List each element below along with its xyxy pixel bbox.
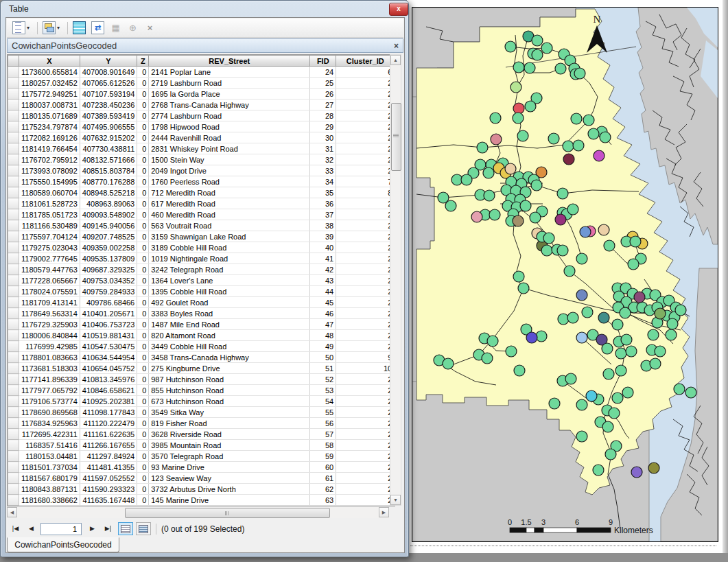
cell[interactable]: 2 xyxy=(336,198,395,209)
cell[interactable]: 2 xyxy=(336,242,395,253)
cell[interactable]: 1760 Peerless Road xyxy=(149,176,310,187)
cell[interactable]: 1181501.737034 xyxy=(19,462,80,473)
cell[interactable]: 460 Meredith Road xyxy=(149,209,310,220)
cell[interactable]: 1364 Lover's Lane xyxy=(149,275,310,286)
column-header-cluster-id[interactable]: Cluster_ID xyxy=(336,56,395,67)
cell[interactable]: 54 xyxy=(310,396,336,407)
table-options-button[interactable]: ▾ xyxy=(11,21,31,36)
row-selector[interactable] xyxy=(8,385,19,396)
map-point[interactable] xyxy=(567,204,578,215)
cell[interactable]: 2141 Poplar Lane xyxy=(149,67,310,78)
cell[interactable]: 36 xyxy=(310,198,336,209)
cell[interactable]: 1172082.169126 xyxy=(19,132,80,143)
cell[interactable]: 0 xyxy=(137,176,149,187)
row-selector[interactable] xyxy=(8,341,19,352)
map-point[interactable] xyxy=(548,133,559,144)
row-selector[interactable] xyxy=(8,143,19,154)
map-point[interactable] xyxy=(576,399,587,410)
cell[interactable]: 41 xyxy=(310,253,336,264)
cell[interactable]: 34 xyxy=(310,176,336,187)
row-selector[interactable] xyxy=(8,99,19,110)
record-number-input[interactable] xyxy=(40,523,82,535)
map-point[interactable] xyxy=(520,200,531,211)
cell[interactable]: 2 xyxy=(336,99,395,110)
cell[interactable]: 1019 Nightingale Road xyxy=(149,253,310,264)
cell[interactable]: 51 xyxy=(310,363,336,374)
row-selector[interactable] xyxy=(8,462,19,473)
cell[interactable]: 0 xyxy=(137,231,149,242)
cell[interactable]: 42 xyxy=(310,264,336,275)
cell[interactable]: 275 Kingburne Drive xyxy=(149,363,310,374)
cell[interactable]: 2 xyxy=(336,429,395,440)
map-point[interactable] xyxy=(650,358,661,369)
cell[interactable]: 410654.045752 xyxy=(80,363,137,374)
row-selector[interactable] xyxy=(8,308,19,319)
map-point[interactable] xyxy=(510,82,521,93)
cell[interactable]: 408770.176288 xyxy=(80,176,137,187)
cell[interactable]: 10 xyxy=(336,363,395,374)
row-selector[interactable] xyxy=(8,187,19,198)
map-point[interactable] xyxy=(582,307,593,318)
show-selected-records-toggle[interactable] xyxy=(136,522,151,535)
scroll-right-icon[interactable]: ▶ xyxy=(379,507,389,517)
row-selector[interactable] xyxy=(8,275,19,286)
map-point[interactable] xyxy=(593,465,604,476)
cell[interactable]: 35 xyxy=(310,187,336,198)
cell[interactable]: 0 xyxy=(137,264,149,275)
cell[interactable]: 1175234.797874 xyxy=(19,121,80,132)
map-point[interactable] xyxy=(598,312,609,323)
map-point[interactable] xyxy=(621,334,632,345)
cell[interactable]: 2 xyxy=(336,341,395,352)
cell[interactable]: 1181680.338662 xyxy=(19,495,80,506)
cell[interactable]: 48 xyxy=(310,330,336,341)
map-point[interactable] xyxy=(666,329,677,340)
cell[interactable]: 410519.881431 xyxy=(80,330,137,341)
cell[interactable]: 1175550.154995 xyxy=(19,176,80,187)
highlight-selected-button[interactable] xyxy=(71,21,87,36)
map-point[interactable] xyxy=(517,130,528,141)
cell[interactable]: 1180579.447763 xyxy=(19,264,80,275)
map-point[interactable] xyxy=(567,312,578,323)
cell[interactable]: 410547.530475 xyxy=(80,341,137,352)
cell[interactable]: 2 xyxy=(336,440,395,451)
cell[interactable]: 0 xyxy=(137,297,149,308)
cell[interactable]: 819 Fisher Road xyxy=(149,418,310,429)
cell[interactable]: 1176834.925963 xyxy=(19,418,80,429)
cell[interactable]: 2 xyxy=(336,451,395,462)
row-selector[interactable] xyxy=(8,110,19,121)
map-point[interactable] xyxy=(541,43,552,54)
cell[interactable]: 24 xyxy=(310,67,336,78)
map-point[interactable] xyxy=(600,132,611,143)
cell[interactable]: 0 xyxy=(137,89,149,99)
cell[interactable]: 411120.222479 xyxy=(80,418,137,429)
vertical-scrollbar-thumb[interactable] xyxy=(391,103,401,171)
cell[interactable]: 0 xyxy=(137,132,149,143)
cell[interactable]: 0 xyxy=(137,374,149,385)
cell[interactable]: 59 xyxy=(310,451,336,462)
map-point[interactable] xyxy=(490,113,501,124)
map-point[interactable] xyxy=(563,154,574,165)
cell[interactable]: 3549 Sitka Way xyxy=(149,407,310,418)
cell[interactable]: 1178801.083663 xyxy=(19,352,80,363)
previous-record-button[interactable]: ◀ xyxy=(24,522,38,535)
map-point[interactable] xyxy=(513,62,524,73)
cell[interactable]: 1181419.766454 xyxy=(19,143,80,154)
row-selector[interactable] xyxy=(8,209,19,220)
cell[interactable]: 987 Hutchinson Road xyxy=(149,374,310,385)
cell[interactable]: 0 xyxy=(137,473,149,484)
row-selector[interactable] xyxy=(8,407,19,418)
map-point[interactable] xyxy=(655,346,666,357)
cell[interactable]: 43 xyxy=(310,275,336,286)
map-point[interactable] xyxy=(631,467,642,478)
cell[interactable]: 0 xyxy=(137,319,149,330)
cell[interactable]: 0 xyxy=(137,78,149,89)
map-point[interactable] xyxy=(461,174,472,185)
cell[interactable]: 0 xyxy=(137,341,149,352)
cell[interactable]: 2 xyxy=(336,209,395,220)
cell[interactable]: 46 xyxy=(310,308,336,319)
row-selector[interactable] xyxy=(8,231,19,242)
cell[interactable]: 409753.034352 xyxy=(80,275,137,286)
map-point[interactable] xyxy=(518,283,529,294)
cell[interactable]: 1168357.51416 xyxy=(19,440,80,451)
cell[interactable]: 411161.622635 xyxy=(80,429,137,440)
